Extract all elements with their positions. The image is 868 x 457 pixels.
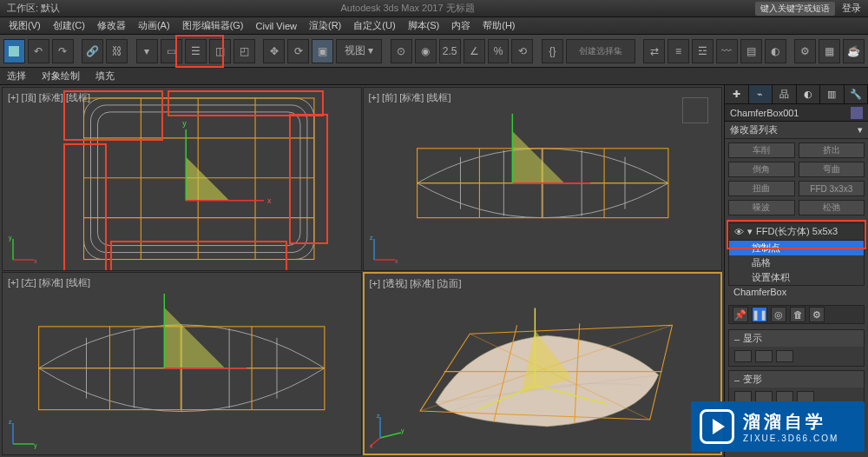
btn-bevel[interactable]: 倒角 — [728, 162, 795, 177]
btn-lathe[interactable]: 车削 — [728, 142, 795, 158]
object-color-swatch[interactable] — [851, 107, 863, 119]
ribbon-select[interactable]: 选择 — [7, 70, 26, 83]
pivot-button[interactable]: ⊙ — [391, 39, 412, 63]
viewcube[interactable] — [678, 93, 713, 128]
redo-button[interactable]: ↷ — [52, 39, 74, 63]
svg-text:y: y — [34, 442, 37, 449]
named-sel-button[interactable]: {} — [542, 39, 563, 63]
svg-marker-25 — [512, 131, 564, 183]
watermark-url: ZIXUE.3D66.COM — [743, 434, 838, 443]
object-name-field[interactable]: ChamferBox001 — [725, 104, 868, 122]
menu-view[interactable]: 视图(V) — [3, 17, 46, 34]
material-editor-button[interactable]: ◐ — [765, 39, 786, 63]
tab-utilities[interactable]: 🔧 — [845, 85, 869, 103]
viewport-top-label[interactable]: [+] [顶] [标准] [线框] — [8, 91, 90, 104]
btn-relax[interactable]: 松弛 — [799, 200, 865, 215]
menu-customize[interactable]: 自定义(U) — [348, 17, 400, 34]
viewport-persp-label[interactable]: [+] [透视] [标准] [边面] — [370, 277, 462, 290]
btn-extrude[interactable]: 挤出 — [799, 142, 865, 158]
stack-set-volume[interactable]: 设置体积 — [729, 270, 864, 285]
viewport-front-label[interactable]: [+] [前] [标准] [线框] — [369, 91, 451, 104]
svg-marker-37 — [164, 307, 225, 368]
chevron-down-icon: ▾ — [858, 124, 863, 136]
menu-civil[interactable]: Civil View — [251, 19, 302, 33]
btn-bend[interactable]: 弯曲 — [799, 162, 865, 177]
menu-help[interactable]: 帮助(H) — [477, 17, 520, 34]
menu-create[interactable]: 创建(C) — [48, 17, 90, 34]
menu-bar: 视图(V) 创建(C) 修改器 动画(A) 图形编辑器(G) Civil Vie… — [0, 17, 868, 35]
tab-display[interactable]: ▥ — [820, 85, 845, 103]
plus-icon: ✚ — [733, 89, 740, 100]
viewport-left-label[interactable]: [+] [左] [标准] [线框] — [8, 276, 90, 289]
display-option-2[interactable] — [755, 350, 773, 362]
layer-button[interactable]: ☲ — [692, 39, 713, 63]
scale-button[interactable]: ▣ — [312, 39, 333, 63]
btn-ffd3[interactable]: FFD 3x3x3 — [799, 181, 865, 196]
spinner-snap-button[interactable]: ⟲ — [511, 39, 533, 63]
render-frame-button[interactable]: ▦ — [819, 39, 840, 63]
show-end-result-button[interactable]: ❚❚ — [752, 307, 767, 322]
ribbon-obj-paint[interactable]: 对象绘制 — [42, 70, 80, 83]
align-button[interactable]: ≡ — [667, 39, 689, 63]
ribbon-bar: 选择 对象绘制 填充 — [0, 68, 868, 85]
make-unique-button[interactable]: ◎ — [771, 307, 786, 322]
tab-create[interactable]: ✚ — [725, 85, 749, 103]
selection-set-dropdown[interactable]: 创建选择集 — [566, 39, 635, 63]
move-button[interactable]: ✥ — [263, 39, 285, 63]
eye-icon: 👁 — [734, 227, 744, 237]
menu-content[interactable]: 内容 — [446, 17, 476, 34]
btn-noise[interactable]: 噪波 — [728, 200, 795, 215]
viewport-front[interactable]: [+] [前] [标准] [线框] xz — [363, 87, 723, 271]
manip-button[interactable]: ◉ — [415, 39, 437, 63]
menu-render[interactable]: 渲染(R) — [304, 17, 346, 34]
rollup-deform-header[interactable]: –变形 — [729, 371, 864, 387]
rotate-button[interactable]: ⟳ — [287, 39, 309, 63]
link-button[interactable]: 🔗 — [82, 39, 103, 63]
ribbon-fill[interactable]: 填充 — [95, 70, 115, 83]
snap-toggle-button[interactable]: 2.5 — [439, 39, 461, 63]
schematic-button[interactable]: ▤ — [740, 39, 762, 63]
pin-stack-button[interactable]: 📌 — [733, 307, 748, 322]
curve-editor-button[interactable]: 〰 — [716, 39, 738, 63]
ref-coord-button[interactable]: 视图 ▾ — [336, 39, 382, 63]
modifier-buttons-grid: 车削 挤出 倒角 弯曲 扭曲 FFD 3x3x3 噪波 松弛 — [725, 139, 868, 219]
rollup-display-header[interactable]: –显示 — [729, 330, 864, 347]
tab-modify[interactable]: ⌁ — [749, 85, 773, 103]
mirror-button[interactable]: ⇄ — [643, 39, 665, 63]
percent-snap-button[interactable]: % — [488, 39, 510, 63]
window-crossing-button[interactable]: ◰ — [233, 39, 255, 63]
menu-script[interactable]: 脚本(S) — [403, 17, 445, 34]
select-name-button[interactable]: ☰ — [185, 39, 207, 63]
modifier-list-dropdown[interactable]: 修改器列表 ▾ — [725, 122, 868, 139]
stack-lattice[interactable]: 晶格 — [729, 255, 864, 270]
btn-twist[interactable]: 扭曲 — [728, 181, 795, 196]
viewport-persp[interactable]: [+] [透视] [标准] [边面] yzx — [363, 272, 723, 456]
stack-base-object[interactable]: ChamferBox — [728, 286, 865, 298]
display-option-1[interactable] — [734, 350, 752, 362]
viewport-top[interactable]: [+] [顶] [标准] [线框] x — [2, 87, 362, 271]
app-button[interactable] — [3, 39, 25, 63]
render-button[interactable]: ☕ — [843, 39, 865, 63]
unlink-button[interactable]: ⛓ — [106, 39, 128, 63]
svg-marker-11 — [186, 157, 229, 201]
select-object-button[interactable]: ▭ — [161, 39, 182, 63]
stack-control-points[interactable]: 控制点 — [729, 241, 864, 255]
remove-modifier-button[interactable]: 🗑 — [790, 307, 806, 322]
render-setup-button[interactable]: ⚙ — [794, 39, 816, 63]
svg-text:x: x — [34, 258, 37, 264]
select-combo[interactable]: ▾ — [136, 39, 158, 63]
menu-modifier[interactable]: 修改器 — [92, 17, 131, 34]
viewport-left[interactable]: [+] [左] [标准] [线框] yz — [2, 272, 362, 456]
stack-ffd-head[interactable]: 👁 ▾ FFD(长方体) 5x5x3 — [728, 222, 865, 241]
select-region-button[interactable]: ◫ — [209, 39, 231, 63]
login-label[interactable]: 登录 — [842, 2, 861, 15]
angle-snap-button[interactable]: ∠ — [464, 39, 485, 63]
tab-hierarchy[interactable]: 品 — [773, 85, 797, 103]
search-box[interactable]: 键入关键字或短语 — [755, 2, 835, 16]
display-option-3[interactable] — [776, 350, 793, 362]
configure-sets-button[interactable]: ⚙ — [809, 307, 825, 322]
menu-graph[interactable]: 图形编辑器(G) — [177, 17, 249, 34]
tab-motion[interactable]: ◐ — [797, 85, 821, 103]
menu-animation[interactable]: 动画(A) — [133, 17, 175, 34]
undo-button[interactable]: ↶ — [28, 39, 49, 63]
